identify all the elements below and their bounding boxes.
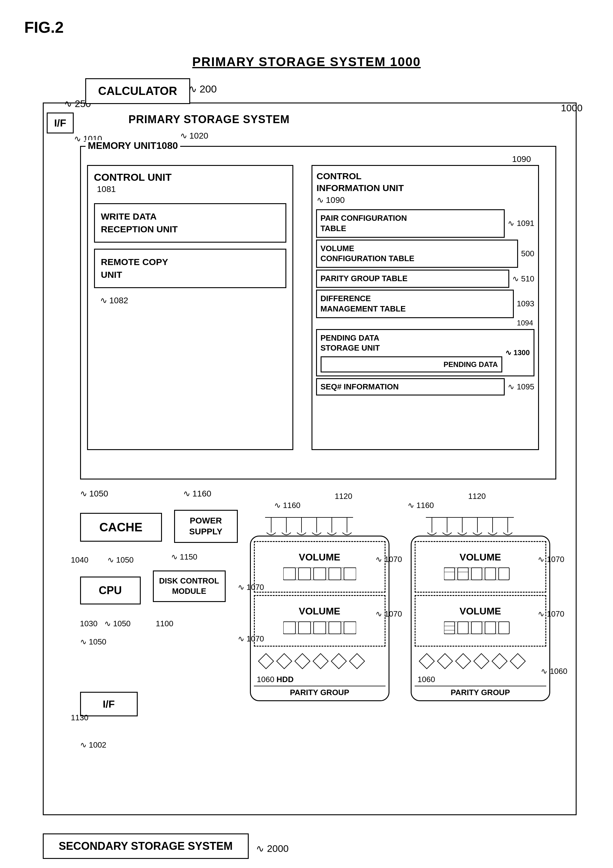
svg-marker-51 xyxy=(419,654,435,669)
label-1091: ∿ 1091 xyxy=(508,219,534,228)
svg-rect-14 xyxy=(283,622,295,634)
svg-marker-21 xyxy=(258,654,273,669)
volume-box-4: VOLUME xyxy=(414,595,546,646)
svg-rect-9 xyxy=(313,568,326,580)
cache-box: CACHE xyxy=(80,513,162,542)
label-200: ∿ 200 xyxy=(188,83,217,95)
label-1060-right: ∿ 1060 xyxy=(541,666,567,676)
volume-box-3: VOLUME xyxy=(414,541,546,593)
label-1050c: ∿ 1050 xyxy=(104,619,131,628)
if-box-top: I/F xyxy=(47,113,74,133)
svg-rect-38 xyxy=(471,568,482,580)
label-1050b: ∿ 1050 xyxy=(107,555,134,565)
diagram-title: PRIMARY STORAGE SYSTEM 1000 xyxy=(192,54,421,69)
svg-rect-10 xyxy=(329,568,341,580)
svg-rect-40 xyxy=(499,568,509,580)
label-1160c: ∿ 1160 xyxy=(408,501,434,510)
label-1120a: 1120 xyxy=(335,491,352,501)
svg-marker-24 xyxy=(313,654,328,669)
label-1050d: ∿ 1050 xyxy=(80,637,107,646)
label-1070d: ∿ 1070 xyxy=(376,609,402,619)
label-1160b: ∿ 1160 xyxy=(274,501,301,510)
svg-rect-18 xyxy=(344,622,356,634)
svg-rect-8 xyxy=(298,568,310,580)
svg-rect-34 xyxy=(444,568,455,580)
svg-marker-23 xyxy=(295,654,310,669)
svg-rect-17 xyxy=(329,622,341,634)
svg-rect-39 xyxy=(485,568,496,580)
cpu-box: CPU xyxy=(80,577,141,604)
svg-marker-56 xyxy=(510,654,525,669)
volume-config-box: VOLUME CONFIGURATION TABLE xyxy=(316,240,518,268)
svg-marker-54 xyxy=(474,654,489,669)
svg-rect-46 xyxy=(471,622,482,634)
control-unit-label: CONTROL UNIT xyxy=(88,166,292,183)
svg-rect-15 xyxy=(298,622,310,634)
label-1060b: 1060 xyxy=(414,675,546,684)
write-data-box: WRITE DATA RECEPTION UNIT xyxy=(94,203,286,243)
label-1002: ∿ 1002 xyxy=(80,740,107,750)
label-1040: 1040 xyxy=(71,555,88,565)
label-500: 500 xyxy=(521,249,534,259)
label-1070e: ∿ 1070 xyxy=(538,555,564,564)
remote-copy-box: REMOTE COPY UNIT xyxy=(94,249,286,288)
volume-box-1: VOLUME xyxy=(254,541,385,593)
svg-marker-25 xyxy=(331,654,346,669)
secondary-storage-box: SECONDARY STORAGE SYSTEM xyxy=(43,834,249,859)
pending-storage-box: PENDING DATA STORAGE UNIT PENDING DATA ∿… xyxy=(316,329,534,377)
label-1130: 1130 xyxy=(71,713,88,722)
svg-rect-45 xyxy=(458,622,468,634)
svg-rect-7 xyxy=(283,568,295,580)
pss-label: PRIMARY STORAGE SYSTEM xyxy=(129,113,290,126)
figure-label: FIG.2 xyxy=(24,18,589,36)
label-1081: 1081 xyxy=(88,183,292,197)
label-1070c: ∿ 1070 xyxy=(376,555,402,564)
label-1094: 1094 xyxy=(312,319,538,327)
svg-rect-47 xyxy=(485,622,496,634)
label-1070-right: ∿ 1070 xyxy=(538,609,564,619)
label-1060a: 1060 HDD xyxy=(254,675,385,684)
label-1093: 1093 xyxy=(517,299,534,308)
parity-group-table-box: PARITY GROUP TABLE xyxy=(316,270,509,288)
svg-rect-36 xyxy=(458,568,468,580)
label-510: ∿ 510 xyxy=(512,274,534,284)
label-1150: ∿ 1150 xyxy=(171,552,197,562)
svg-marker-53 xyxy=(456,654,471,669)
label-1020: ∿ 1020 xyxy=(180,131,208,141)
svg-rect-35 xyxy=(444,568,455,572)
svg-rect-37 xyxy=(458,568,468,572)
pair-config-box: PAIR CONFIGURATION TABLE xyxy=(316,209,505,238)
svg-rect-11 xyxy=(344,568,356,580)
internal-network-label: INTERNAL SYSTEM NETWORK xyxy=(0,176,0,214)
svg-rect-43 xyxy=(444,622,455,634)
svg-rect-16 xyxy=(313,622,326,634)
svg-rect-44 xyxy=(444,626,455,630)
diff-mgmt-box: DIFFERENCE MANAGEMENT TABLE xyxy=(316,290,514,318)
parity-group-label-1: PARITY GROUP xyxy=(254,686,385,697)
svg-marker-26 xyxy=(349,654,365,669)
svg-marker-52 xyxy=(438,654,453,669)
svg-rect-48 xyxy=(499,622,509,634)
parity-group-label-2: PARITY GROUP xyxy=(414,686,546,697)
label-1120b: 1120 xyxy=(468,491,486,501)
label-1030: 1030 xyxy=(80,619,98,628)
svg-marker-55 xyxy=(492,654,507,669)
memory-unit-label: MEMORY UNIT1080 xyxy=(85,140,180,151)
label-1050a: ∿ 1050 xyxy=(80,488,108,499)
volume-box-2: VOLUME xyxy=(254,595,385,646)
calculator-box: CALCULATOR xyxy=(85,78,190,104)
pending-data-box: PENDING DATA xyxy=(321,356,503,372)
label-1082: ∿ 1082 xyxy=(88,294,292,308)
label-1160a: ∿ 1160 xyxy=(183,488,211,499)
label-1090: 1090 xyxy=(512,154,531,164)
label-1095: ∿ 1095 xyxy=(508,382,534,392)
seq-info-box: SEQ# INFORMATION xyxy=(316,378,505,395)
disk-control-box: DISK CONTROL MODULE xyxy=(153,570,226,602)
label-1090b: ∿ 1090 xyxy=(312,194,538,208)
control-info-label: CONTROL INFORMATION UNIT xyxy=(312,166,538,194)
power-supply-box: POWER SUPPLY xyxy=(174,510,238,543)
svg-marker-22 xyxy=(276,654,292,669)
label-2000: ∿ 2000 xyxy=(256,843,289,854)
calculator-label: CALCULATOR xyxy=(98,85,177,98)
label-1100: 1100 xyxy=(156,619,174,628)
